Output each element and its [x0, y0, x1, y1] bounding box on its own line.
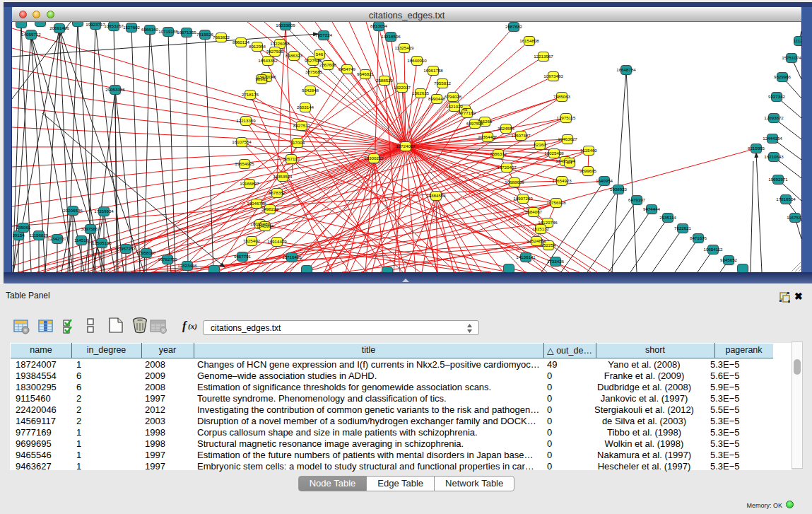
svg-text:114519: 114519 [74, 238, 89, 243]
svg-text:1540994: 1540994 [257, 223, 274, 228]
svg-text:8813054: 8813054 [370, 23, 388, 28]
svg-text:84: 84 [567, 160, 572, 165]
svg-text:3267110: 3267110 [283, 156, 300, 161]
svg-text:10688639: 10688639 [505, 180, 524, 185]
svg-text:10507487: 10507487 [511, 133, 531, 138]
svg-text:5938923: 5938923 [610, 187, 628, 192]
svg-text:16033809: 16033809 [276, 23, 295, 28]
svg-text:9242848: 9242848 [302, 88, 319, 93]
svg-text:17359934: 17359934 [94, 209, 114, 214]
svg-text:10973493: 10973493 [543, 74, 563, 78]
svg-text:8427512: 8427512 [293, 123, 311, 128]
svg-text:10025438: 10025438 [544, 151, 564, 156]
svg-text:9657791: 9657791 [234, 254, 252, 259]
svg-text:(x): (x) [188, 322, 197, 331]
svg-text:1527602: 1527602 [123, 25, 141, 30]
svg-text:15692971: 15692971 [768, 177, 788, 182]
svg-text:15751074: 15751074 [782, 55, 801, 60]
svg-text:16543362: 16543362 [258, 58, 278, 63]
svg-text:2588520: 2588520 [376, 78, 394, 83]
svg-text:19463627: 19463627 [558, 136, 577, 141]
svg-text:17654923: 17654923 [552, 178, 572, 183]
svg-text:16961758: 16961758 [423, 68, 443, 73]
svg-text:9245652: 9245652 [720, 257, 738, 262]
svg-text:7955812: 7955812 [434, 81, 452, 86]
svg-text:252254: 252254 [541, 243, 556, 247]
svg-text:6479197: 6479197 [628, 197, 646, 202]
svg-text:12323446: 12323446 [177, 263, 197, 268]
svg-text:f: f [182, 319, 188, 332]
svg-text:9227342: 9227342 [768, 94, 786, 99]
svg-text:8990448: 8990448 [428, 96, 446, 101]
svg-text:7625402: 7625402 [243, 238, 261, 243]
svg-text:16914479: 16914479 [267, 239, 287, 244]
svg-text:10958107: 10958107 [136, 250, 156, 255]
svg-text:2687682: 2687682 [505, 24, 523, 29]
svg-text:62160: 62160 [534, 142, 546, 147]
svg-text:20364436: 20364436 [478, 134, 498, 139]
svg-text:2935114: 2935114 [659, 215, 676, 220]
svg-text:14136141: 14136141 [516, 255, 536, 259]
svg-text:8912954: 8912954 [249, 44, 266, 49]
svg-text:8186323: 8186323 [286, 53, 303, 58]
svg-text:135061: 135061 [16, 225, 31, 230]
svg-text:10719155: 10719155 [158, 29, 178, 34]
svg-text:7663822: 7663822 [213, 35, 230, 40]
svg-text:13226058: 13226058 [270, 41, 290, 46]
svg-text:11353594: 11353594 [273, 174, 293, 179]
svg-text:39154: 39154 [12, 233, 25, 238]
svg-text:9474444: 9474444 [643, 206, 661, 211]
svg-text:7515526: 7515526 [196, 32, 214, 37]
svg-text:3875685: 3875685 [305, 69, 323, 74]
svg-text:3684067: 3684067 [525, 209, 543, 214]
svg-text:8215955: 8215955 [748, 146, 765, 151]
svg-text:29053346: 29053346 [105, 87, 125, 92]
svg-text:6497508: 6497508 [466, 121, 484, 126]
svg-text:7632621: 7632621 [674, 226, 692, 230]
svg-text:19166827: 19166827 [240, 181, 259, 186]
svg-text:117004: 117004 [290, 140, 305, 145]
svg-text:1167533: 1167533 [787, 215, 801, 220]
svg-text:16782759: 16782759 [158, 257, 177, 262]
svg-text:20691406: 20691406 [49, 25, 69, 30]
svg-text:12444154: 12444154 [763, 136, 782, 141]
svg-text:16210643: 16210643 [764, 154, 784, 159]
svg-text:10654112: 10654112 [703, 247, 723, 252]
svg-text:3624554: 3624554 [498, 126, 515, 131]
svg-text:15716485: 15716485 [282, 255, 302, 259]
svg-text:25300215: 25300215 [364, 156, 384, 160]
svg-text:7957224: 7957224 [315, 33, 333, 37]
svg-text:9827505: 9827505 [266, 49, 284, 54]
svg-text:7485063: 7485063 [553, 94, 571, 99]
svg-text:19384554: 19384554 [426, 193, 446, 198]
svg-text:16046788: 16046788 [247, 201, 266, 206]
svg-text:18907249: 18907249 [513, 196, 533, 201]
svg-text:18724007: 18724007 [396, 144, 416, 148]
svg-text:9777169: 9777169 [459, 110, 476, 115]
svg-text:1322037: 1322037 [394, 85, 411, 90]
svg-text:546: 546 [316, 52, 324, 57]
svg-text:8471676: 8471676 [690, 235, 707, 240]
svg-text:20206536: 20206536 [63, 208, 83, 213]
svg-text:9699695: 9699695 [579, 168, 597, 173]
svg-text:1615132: 1615132 [532, 226, 550, 231]
svg-text:12505135: 12505135 [92, 240, 112, 245]
svg-text:10853267: 10853267 [104, 23, 124, 28]
svg-text:17016504: 17016504 [776, 197, 796, 201]
svg-text:17957253: 17957253 [116, 246, 136, 251]
svg-text:7386372: 7386372 [490, 151, 507, 156]
svg-text:11156829: 11156829 [30, 233, 49, 238]
svg-text:8960124: 8960124 [233, 40, 250, 45]
svg-text:2367608: 2367608 [319, 62, 337, 67]
svg-text:9115460: 9115460 [580, 148, 597, 153]
svg-text:6794028: 6794028 [445, 94, 462, 99]
svg-text:8454749: 8454749 [339, 66, 356, 71]
svg-text:1621022: 1621022 [446, 104, 464, 109]
svg-text:98962: 98962 [255, 76, 268, 81]
svg-text:16671355: 16671355 [177, 30, 196, 35]
svg-text:12975115: 12975115 [556, 115, 576, 120]
svg-text:1362635: 1362635 [412, 90, 430, 95]
svg-text:11325419: 11325419 [394, 45, 414, 50]
svg-text:16648784: 16648784 [616, 67, 636, 72]
svg-text:13218506: 13218506 [381, 34, 401, 39]
